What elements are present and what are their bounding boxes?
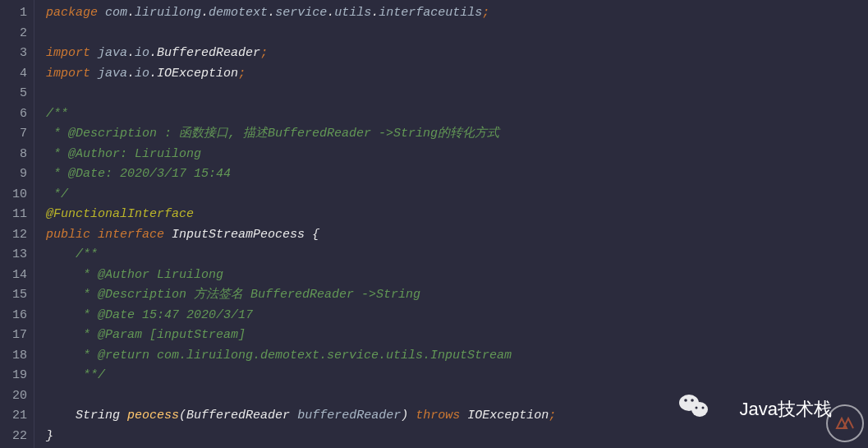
line-number: 17 (3, 326, 27, 346)
code-line-4: import java.io.IOException; (46, 64, 868, 85)
line-number: 7 (3, 124, 27, 145)
svg-point-1 (691, 402, 708, 417)
code-line-9: * @Date: 2020/3/17 15:44 (46, 164, 868, 185)
line-number: 13 (3, 245, 27, 266)
line-number: 2 (3, 24, 27, 44)
code-line-3: import java.io.BufferedReader; (46, 44, 868, 64)
code-line-2 (46, 24, 868, 44)
svg-point-5 (702, 407, 705, 409)
svg-point-3 (691, 399, 694, 402)
line-number: 10 (3, 185, 27, 206)
line-gutter: 1 2 3 4 5 6 7 8 9 10 11 12 13 14 15 16 1… (0, 0, 34, 448)
line-number: 4 (3, 64, 27, 85)
wechat-icon (677, 390, 710, 423)
code-line-8: * @Author: Liruilong (46, 145, 868, 165)
line-number: 9 (3, 164, 27, 185)
line-number: 6 (3, 104, 27, 125)
code-line-17: * @Param [inputStream] (46, 326, 868, 346)
line-number: 8 (3, 145, 27, 165)
watermark-label: Java技术栈 (740, 397, 832, 422)
svg-point-2 (684, 399, 687, 402)
code-line-14: * @Author Liruilong (46, 266, 868, 286)
line-number: 12 (3, 225, 27, 246)
line-number: 3 (3, 44, 27, 64)
code-line-10: */ (46, 185, 868, 206)
code-line-6: /** (46, 104, 868, 125)
line-number: 11 (3, 205, 27, 225)
code-content[interactable]: package com.liruilong.demotext.service.u… (34, 0, 868, 448)
line-number: 15 (3, 285, 27, 306)
code-line-13: /** (46, 245, 868, 266)
code-line-5 (46, 84, 868, 104)
code-line-7: * @Description : 函数接口, 描述BufferedReader … (46, 124, 868, 145)
line-number: 19 (3, 366, 27, 386)
code-line-15: * @Description 方法签名 BufferedReader ->Str… (46, 285, 868, 306)
line-number: 18 (3, 346, 27, 367)
code-line-1: package com.liruilong.demotext.service.u… (46, 3, 868, 24)
code-line-12: public interface InputStreamPeocess { (46, 225, 868, 246)
code-editor[interactable]: 1 2 3 4 5 6 7 8 9 10 11 12 13 14 15 16 1… (0, 0, 868, 448)
line-number: 21 (3, 406, 27, 427)
brand-logo-icon (825, 404, 865, 443)
code-line-11: @FunctionalInterface (46, 205, 868, 225)
code-line-16: * @Date 15:47 2020/3/17 (46, 306, 868, 326)
line-number: 16 (3, 306, 27, 326)
line-number: 22 (3, 427, 27, 447)
line-number: 1 (3, 3, 27, 24)
line-number: 5 (3, 84, 27, 104)
code-line-18: * @return com.liruilong.demotext.service… (46, 346, 868, 367)
code-line-19: **/ (46, 366, 868, 386)
code-line-22: } (46, 427, 868, 447)
line-number: 14 (3, 266, 27, 286)
svg-point-4 (696, 407, 698, 409)
line-number: 20 (3, 386, 27, 407)
